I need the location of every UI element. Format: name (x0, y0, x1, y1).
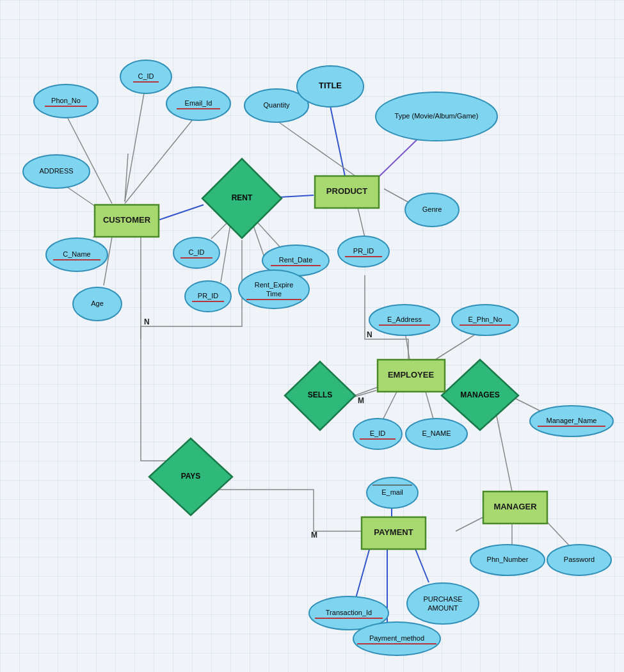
conn-emp-eid (382, 392, 397, 421)
sells-label: SELLS (308, 390, 333, 399)
conn-pays-payment (216, 490, 362, 531)
conn-customer-pays (141, 236, 191, 461)
conn-product-quantity (275, 120, 357, 177)
attr-ename-label: E_NAME (422, 429, 451, 437)
attr-rentexpire-label1: Rent_Expire (255, 281, 294, 289)
attr-managername-label: Manager_Name (547, 417, 597, 424)
conn-payment-transid (355, 543, 371, 600)
attr-email-label: E_mail (381, 488, 403, 496)
attr-address-label: ADDRESS (39, 167, 73, 175)
payment-label: PAYMENT (374, 527, 413, 537)
attr-rentdate-label: Rent_Date (279, 256, 313, 264)
attr-eid-label: E_ID (370, 429, 386, 437)
conn-rent-prid (221, 224, 230, 282)
attr-purchaseamt-label2: AMOUNT (428, 604, 458, 612)
conn-manages-manager (496, 413, 512, 492)
conn-product-prid (357, 205, 365, 237)
manages-label: MANAGES (460, 390, 499, 399)
attr-phnumber-label: Phn_Number (487, 556, 529, 563)
attr-emailid-label: Email_Id (185, 99, 212, 107)
attr-paymethod-label: Payment_method (369, 634, 424, 642)
attr-transid-label: Transaction_Id (326, 609, 372, 616)
attr-cname-label: C_Name (63, 250, 90, 258)
attr-prid-rent-label: PR_ID (198, 292, 218, 300)
conn-emp-eaddress (405, 332, 410, 360)
attr-prid-product-label: PR_ID (353, 247, 374, 255)
conn-payment-manager (456, 517, 483, 531)
employee-label: EMPLOYEE (388, 370, 435, 380)
attr-age-label: Age (91, 300, 104, 307)
conn-emp-ename (426, 392, 434, 421)
attr-type-label: Type (Movie/Album/Game) (395, 112, 479, 120)
attr-cid-label: C_ID (138, 72, 154, 80)
conn-customer-rent (156, 205, 204, 221)
card-m-pays: M (311, 531, 317, 540)
attr-cid-rent-label: C_ID (188, 248, 204, 256)
attr-quantity-label: Quantity (264, 101, 290, 109)
attr-phonno-label: Phon_No (51, 97, 81, 104)
card-n-customer: N (144, 317, 150, 326)
attr-genre-label: Genre (422, 205, 442, 213)
conn-customer-email (125, 116, 195, 204)
conn-customer-cid (125, 83, 146, 202)
attr-ephnno-label: E_Phn_No (468, 316, 502, 323)
conn-rent-product (280, 195, 314, 197)
rent-label: RENT (232, 193, 253, 202)
product-label: PRODUCT (326, 186, 367, 196)
attr-title-label: TITLE (319, 81, 342, 90)
attr-purchaseamt-label1: PURCHASE (423, 595, 462, 603)
conn-product-type (378, 134, 422, 178)
conn-emp-ephnno (435, 332, 479, 360)
attr-rentexpire-label2: Time (266, 290, 282, 298)
card-n-product: N (367, 330, 372, 339)
card-m-sells: M (358, 396, 364, 405)
attr-eaddress-label: E_Address (387, 316, 422, 323)
customer-label: CUSTOMER (103, 215, 151, 225)
er-diagram: N N M M M RENT SELLS MANAGES PAYS CUSTOM… (0, 0, 624, 672)
manager-label: MANAGER (493, 502, 537, 511)
attr-password-label: Password (564, 556, 595, 563)
pays-label: PAYS (181, 472, 201, 481)
